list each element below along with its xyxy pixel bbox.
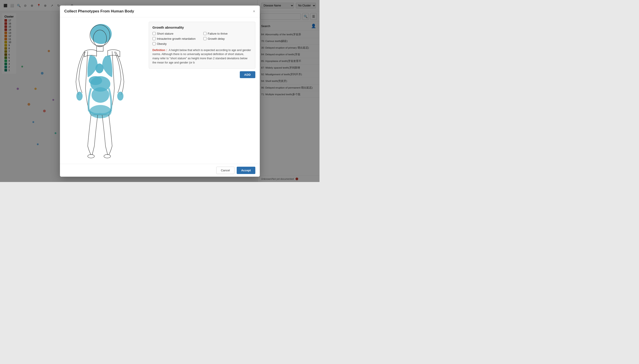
definition-box: Definition： A height below that which is…: [153, 48, 252, 65]
svg-point-37: [92, 87, 109, 103]
phenotype-section: Growth abnormality Short statureFailure …: [149, 22, 255, 68]
svg-point-41: [88, 154, 94, 158]
modal-header: Collect Phenotypes From Human Body ×: [60, 6, 260, 17]
section-title: Growth abnormality: [153, 26, 252, 29]
add-button[interactable]: ADD: [240, 71, 255, 78]
checkbox-cb5[interactable]: [153, 42, 156, 45]
checkbox-item-cb5[interactable]: Obesity: [153, 42, 201, 46]
modal-body: Growth abnormality Short statureFailure …: [60, 17, 260, 164]
checkbox-label-cb5: Obesity: [157, 42, 167, 46]
svg-point-39: [76, 92, 83, 100]
checkbox-label-cb2: Failure to thrive: [208, 32, 228, 35]
checkbox-grid: Short statureFailure to thriveIntrauteri…: [153, 32, 252, 46]
modal-overlay: Collect Phenotypes From Human Body ×: [0, 0, 320, 182]
checkbox-label-cb3: Intrauterine growth retardation: [157, 37, 196, 40]
checkbox-cb1[interactable]: [153, 32, 156, 35]
checkbox-item-cb1[interactable]: Short stature: [153, 32, 201, 35]
modal-title: Collect Phenotypes From Human Body: [64, 9, 134, 14]
cancel-button[interactable]: Cancel: [216, 167, 234, 174]
human-body-panel: [60, 17, 144, 164]
checkbox-cb2[interactable]: [203, 32, 207, 35]
checkbox-item-cb3[interactable]: Intrauterine growth retardation: [153, 37, 201, 40]
checkbox-cb4[interactable]: [203, 37, 207, 40]
phenotype-panel: Growth abnormality Short statureFailure …: [144, 17, 260, 164]
svg-point-34: [96, 64, 104, 73]
checkbox-label-cb4: Growth delay: [208, 37, 225, 40]
svg-point-38: [89, 105, 112, 118]
checkbox-item-cb4[interactable]: Growth delay: [203, 37, 252, 40]
modal-close-button[interactable]: ×: [253, 9, 255, 13]
svg-point-42: [104, 154, 111, 158]
svg-point-40: [117, 92, 124, 100]
svg-point-36: [89, 76, 102, 85]
checkbox-cb3[interactable]: [153, 37, 156, 40]
modal-footer: Cancel Accept: [60, 164, 260, 177]
checkbox-label-cb1: Short stature: [157, 32, 173, 35]
modal: Collect Phenotypes From Human Body ×: [60, 6, 260, 177]
checkbox-item-cb2[interactable]: Failure to thrive: [203, 32, 252, 35]
human-body-svg: [67, 22, 138, 159]
svg-rect-33: [97, 46, 103, 51]
definition-label: Definition：: [153, 48, 168, 52]
accept-button[interactable]: Accept: [237, 167, 255, 174]
